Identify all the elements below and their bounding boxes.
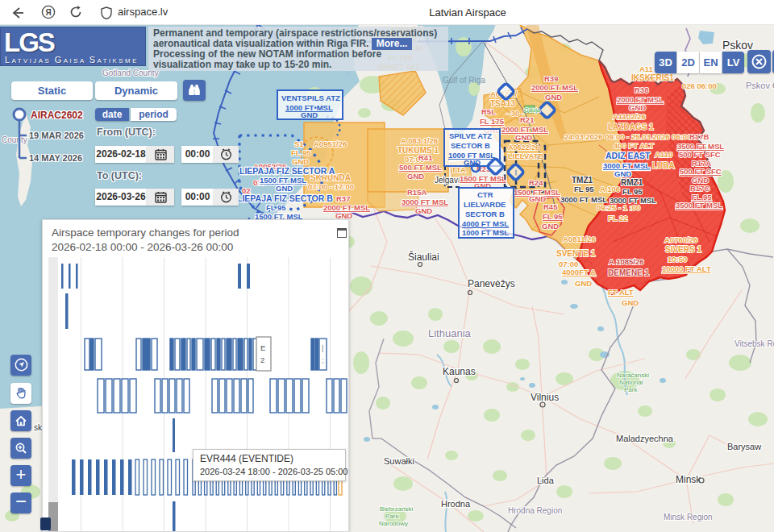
svg-text:LIELVARDE: LIELVARDE	[464, 200, 506, 209]
svg-text:IKSKERIS1: IKSKERIS1	[631, 73, 674, 82]
svg-text:VENTSPILS ATZ: VENTSPILS ATZ	[281, 94, 340, 102]
svg-text:FL 95: FL 95	[574, 185, 594, 193]
svg-text:LAZDAGS 1: LAZDAGS 1	[608, 123, 654, 131]
svg-text:026 06:00: 026 06:00	[682, 81, 717, 90]
svg-text:R39: R39	[544, 74, 558, 83]
svg-text:A1102/26: A1102/26	[613, 112, 646, 121]
svg-text:Vitsebsk Re: Vitsebsk Re	[734, 339, 774, 348]
svg-text:Maladzyechna: Maladzyechna	[616, 434, 674, 443]
svg-text:Minsk: Minsk	[676, 474, 701, 485]
svg-text:GND: GND	[545, 93, 562, 102]
svg-text:GND: GND	[407, 172, 424, 181]
svg-text:A110: A110	[655, 150, 672, 159]
svg-text:CTR: CTR	[477, 190, 493, 199]
svg-text:LIEPAJA FIZ SECTOR B: LIEPAJA FIZ SECTOR B	[237, 193, 333, 203]
svg-text:3500 FT MSL: 3500 FT MSL	[676, 201, 722, 210]
svg-text:R15A: R15A	[407, 188, 427, 197]
svg-text:3000 FT MSL: 3000 FT MSL	[560, 195, 607, 204]
svg-text:Я: Я	[46, 8, 52, 17]
svg-text:FL 95: FL 95	[622, 187, 643, 196]
svg-text:R17B: R17B	[689, 132, 709, 141]
svg-text:3000 FT MSL: 3000 FT MSL	[402, 197, 448, 206]
svg-text:R45: R45	[543, 202, 558, 211]
svg-text:GND: GND	[575, 279, 592, 288]
svg-text:A11: A11	[639, 64, 654, 73]
svg-text:Naračanski: Naračanski	[617, 372, 649, 379]
svg-text:SECTOR B: SECTOR B	[451, 141, 490, 150]
svg-text:GND: GND	[622, 298, 639, 307]
svg-text:R24: R24	[529, 178, 543, 187]
svg-text:TMZ1: TMZ1	[572, 176, 593, 185]
svg-text:GND: GND	[614, 169, 631, 178]
svg-text:Vilnius: Vilnius	[531, 392, 559, 403]
svg-text:GND: GND	[301, 110, 318, 119]
svg-text:R38: R38	[635, 85, 648, 94]
svg-text:LIEPAJA FIZ SECTOR A: LIEPAJA FIZ SECTOR A	[239, 166, 335, 176]
svg-text:FL 95: FL 95	[291, 148, 311, 157]
svg-text:Kaunas: Kaunas	[443, 366, 476, 377]
svg-text:GND: GND	[629, 103, 646, 112]
svg-text:1000 FT MSL: 1000 FT MSL	[462, 228, 509, 237]
svg-text:RMZ1: RMZ1	[621, 178, 643, 187]
svg-text:LIELVATB: LIELVATB	[508, 152, 543, 160]
svg-text:Park: Park	[385, 513, 399, 520]
svg-text:Jelgava: Jelgava	[435, 176, 463, 185]
svg-text:S1: S1	[294, 139, 304, 148]
svg-text:3000 FT MSL: 3000 FT MSL	[610, 196, 656, 205]
svg-text:FL 95: FL 95	[543, 212, 563, 221]
svg-text:4000 FT MSL: 4000 FT MSL	[462, 219, 509, 228]
svg-text:10:50: 10:50	[668, 255, 687, 264]
svg-text:Suwałki: Suwałki	[384, 456, 414, 466]
svg-text:500 FT SFC: 500 FT SFC	[679, 150, 721, 159]
svg-text:SVENTE 1: SVENTE 1	[556, 249, 596, 258]
svg-text:Hrodna: Hrodna	[441, 499, 471, 509]
svg-text:A0811/26: A0811/26	[563, 235, 596, 243]
svg-text:Minsk Region: Minsk Region	[664, 513, 713, 522]
svg-text:FT ALT: FT ALT	[608, 288, 634, 297]
svg-text:Narodowy: Narodowy	[379, 520, 408, 527]
svg-text:Panevėžys: Panevėžys	[468, 278, 515, 289]
svg-text:A0760/26: A0760/26	[664, 235, 697, 244]
svg-text:Gauja: Gauja	[524, 106, 541, 114]
svg-text:National: National	[619, 379, 643, 386]
svg-text:ADIZ EAST: ADIZ EAST	[605, 151, 651, 160]
svg-text:A 1085/26: A 1085/26	[609, 257, 644, 266]
svg-text:07:00 - 17:00: 07:00 - 17:00	[308, 182, 354, 191]
svg-text:Park: Park	[624, 386, 638, 393]
svg-text:E: E	[260, 343, 265, 352]
svg-text:A0622/26: A0622/26	[508, 143, 539, 152]
svg-text:24.03.2026 09:00 - 25.03.2026: 24.03.2026 09:00 - 25.03.2026 06:00	[564, 132, 691, 141]
svg-text:500 FT SFC: 500 FT SFC	[680, 167, 722, 176]
svg-text:R21: R21	[520, 115, 535, 124]
svg-text:500 FT MSL: 500 FT MSL	[399, 163, 442, 172]
svg-text:2: 2	[260, 355, 264, 364]
svg-text:A 106: A 106	[600, 185, 620, 193]
svg-text:Lithuania: Lithuania	[428, 327, 472, 339]
svg-text:2000 FT MSL: 2000 FT MSL	[531, 83, 578, 92]
svg-text:Barysaw: Barysaw	[727, 442, 761, 451]
svg-text:SPILVE ATZ: SPILVE ATZ	[449, 131, 492, 140]
svg-text:GND: GND	[542, 222, 559, 231]
svg-text:R17C: R17C	[690, 184, 710, 193]
svg-text:R37: R37	[336, 194, 350, 203]
svg-text:Biebrzański: Biebrzański	[380, 505, 414, 513]
svg-text:GND: GND	[276, 184, 293, 193]
svg-text:Šiauliai: Šiauliai	[408, 251, 439, 263]
svg-text:10000 FT ALT: 10000 FT ALT	[662, 264, 711, 273]
svg-text:FL 95: FL 95	[266, 203, 286, 212]
svg-text:4000FT A: 4000FT A	[562, 268, 596, 276]
svg-text:|: |	[322, 344, 323, 352]
svg-text:A0951/26: A0951/26	[314, 139, 347, 148]
svg-text:;: ;	[322, 356, 324, 364]
svg-text:SIVERS 1: SIVERS 1	[665, 245, 701, 254]
svg-text:GND: GND	[515, 133, 532, 142]
svg-text:LUBA: LUBA	[652, 161, 675, 170]
svg-text:A 083 1/26: A 083 1/26	[401, 136, 438, 145]
svg-text:R5L: R5L	[481, 107, 496, 116]
svg-text:400 FT ALT: 400 FT ALT	[614, 141, 654, 150]
svg-text:Lida: Lida	[537, 476, 555, 485]
svg-text:FL 22: FL 22	[608, 214, 628, 222]
svg-text:Pskov Ob: Pskov Ob	[746, 81, 774, 90]
svg-text:R41: R41	[418, 153, 433, 162]
svg-text:DEMENE 1: DEMENE 1	[608, 268, 650, 277]
